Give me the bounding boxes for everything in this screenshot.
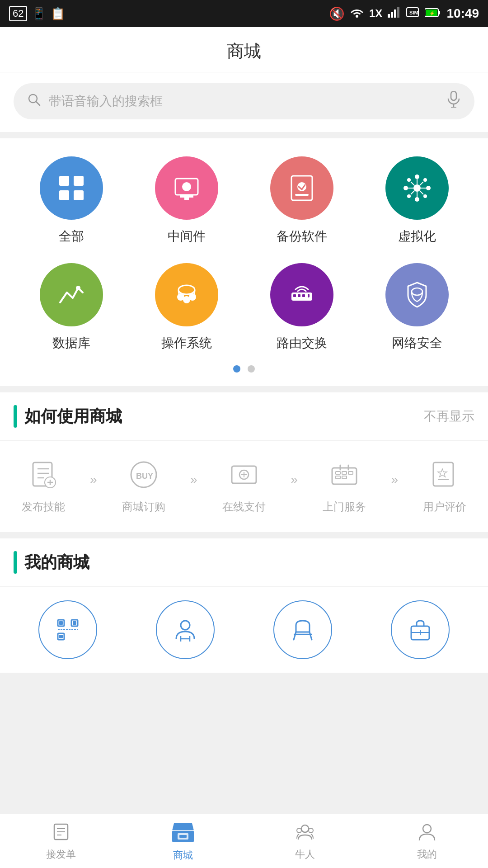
- svg-line-41: [411, 191, 414, 194]
- svg-point-102: [301, 825, 309, 832]
- step-publish-label: 发布技能: [22, 500, 65, 514]
- order-icon: BUY: [128, 459, 160, 492]
- category-item-router[interactable]: 路由交换: [244, 263, 359, 352]
- category-item-database[interactable]: 数据库: [14, 263, 129, 352]
- battery-icon: ⚡: [425, 6, 441, 21]
- svg-rect-71: [336, 476, 340, 479]
- store-icon-case[interactable]: [391, 600, 450, 659]
- svg-point-31: [407, 178, 411, 182]
- steps-row: 发布技能 » BUY 商城订购 » 在线支付: [9, 459, 479, 514]
- store-icon-chair[interactable]: [273, 600, 332, 659]
- category-label-router: 路由交换: [277, 335, 327, 352]
- how-to-use-title: 如何使用商城: [24, 406, 122, 428]
- category-item-security[interactable]: 网络安全: [359, 263, 474, 352]
- page-title: 商城: [227, 42, 261, 61]
- orders-icon: [51, 821, 71, 844]
- search-icon: [27, 93, 42, 110]
- svg-rect-18: [74, 190, 84, 200]
- pay-icon: [228, 459, 260, 492]
- orders-label: 接发单: [46, 848, 76, 861]
- svg-rect-75: [433, 462, 453, 486]
- svg-point-44: [178, 285, 195, 294]
- green-accent-bar: [14, 405, 17, 428]
- status-bar: 62 📱 📋 🔇 1X SIM: [0, 0, 488, 27]
- category-item-virtual[interactable]: 虚拟化: [359, 156, 474, 245]
- svg-point-33: [407, 194, 411, 198]
- nav-item-store[interactable]: 商城: [122, 821, 244, 862]
- category-label-os: 操作系统: [161, 335, 212, 352]
- svg-rect-70: [348, 472, 353, 474]
- how-to-use-header: 如何使用商城 不再显示: [0, 392, 488, 441]
- svg-rect-0: [388, 14, 390, 18]
- category-item-backup[interactable]: 备份软件: [244, 156, 359, 245]
- category-icon-security: [385, 263, 449, 326]
- category-item-all[interactable]: 全部: [14, 156, 129, 245]
- svg-rect-82: [59, 635, 63, 638]
- svg-point-27: [415, 175, 419, 179]
- category-icon-os: [155, 263, 218, 326]
- store-icon-scan[interactable]: [38, 600, 97, 659]
- category-label-database: 数据库: [52, 335, 90, 352]
- category-icon-all: [40, 156, 103, 220]
- store-icon-person[interactable]: [156, 600, 215, 659]
- svg-rect-50: [298, 294, 300, 297]
- pagination-dots: [14, 365, 474, 373]
- svg-rect-51: [302, 294, 305, 297]
- category-label-backup: 备份软件: [277, 228, 327, 245]
- nav-item-talent[interactable]: 牛人: [244, 821, 366, 861]
- wifi-icon: [350, 6, 364, 21]
- svg-line-88: [294, 632, 296, 640]
- search-section: 带语音输入的搜索框: [0, 72, 488, 132]
- svg-point-105: [423, 825, 431, 833]
- mine-label: 我的: [417, 848, 437, 861]
- arrow-1: »: [90, 472, 97, 487]
- svg-rect-16: [74, 176, 84, 186]
- dot-1[interactable]: [233, 365, 240, 373]
- search-bar[interactable]: 带语音输入的搜索框: [14, 83, 474, 119]
- nav-item-orders[interactable]: 接发单: [0, 821, 122, 861]
- svg-line-42: [420, 191, 423, 194]
- svg-rect-3: [397, 7, 399, 18]
- store-nav-icon: [170, 821, 196, 845]
- svg-text:SIM: SIM: [409, 10, 418, 15]
- category-label-security: 网络安全: [392, 335, 442, 352]
- my-store-header: 我的商城: [0, 538, 488, 587]
- nav-item-mine[interactable]: 我的: [366, 821, 488, 861]
- svg-rect-21: [180, 195, 193, 198]
- step-pay-label: 在线支付: [222, 500, 266, 514]
- svg-rect-1: [391, 12, 393, 18]
- category-item-os[interactable]: 操作系统: [129, 263, 244, 352]
- dismiss-button[interactable]: 不再显示: [424, 408, 474, 425]
- svg-point-20: [182, 182, 191, 191]
- svg-line-39: [411, 182, 414, 185]
- status-right: 🔇 1X SIM ⚡: [329, 6, 479, 21]
- category-label-middleware: 中间件: [168, 228, 206, 245]
- publish-icon: [28, 459, 59, 492]
- svg-point-53: [412, 288, 422, 295]
- svg-rect-15: [59, 176, 69, 186]
- svg-rect-72: [342, 476, 347, 479]
- talent-label: 牛人: [295, 848, 315, 861]
- svg-rect-52: [308, 294, 310, 297]
- step-order: BUY 商城订购: [122, 459, 165, 514]
- svg-rect-22: [184, 198, 189, 200]
- network-1x: 1X: [369, 7, 382, 20]
- arrow-2: »: [190, 472, 197, 487]
- dot-2[interactable]: [248, 365, 255, 373]
- svg-point-104: [309, 828, 313, 833]
- store-label: 商城: [173, 849, 193, 862]
- microphone-icon[interactable]: [446, 91, 461, 111]
- step-publish: 发布技能: [22, 459, 65, 514]
- svg-rect-2: [394, 9, 396, 18]
- svg-rect-17: [59, 190, 69, 200]
- svg-point-84: [181, 621, 190, 630]
- category-section: 全部 中间件: [0, 138, 488, 386]
- category-item-middleware[interactable]: 中间件: [129, 156, 244, 245]
- svg-rect-68: [336, 472, 340, 474]
- svg-point-32: [423, 178, 427, 182]
- svg-line-11: [36, 101, 40, 105]
- svg-point-34: [423, 194, 427, 198]
- arrow-4: »: [391, 472, 398, 487]
- sim-icon: SIM: [406, 6, 419, 21]
- section-title-wrap: 如何使用商城: [14, 405, 122, 428]
